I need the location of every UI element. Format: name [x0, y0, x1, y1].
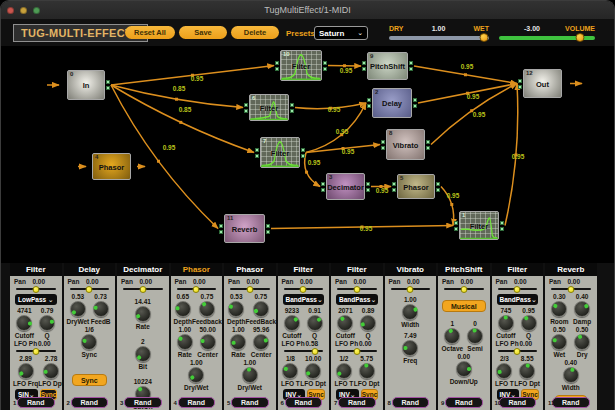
port-icon[interactable] [255, 154, 259, 158]
port-icon[interactable] [518, 79, 522, 83]
port-icon[interactable] [301, 148, 305, 152]
node-filter-1[interactable]: 1Filter [459, 211, 499, 240]
pan-slider-thumb[interactable] [193, 286, 200, 293]
rand-button-6[interactable]: Rand [285, 397, 323, 408]
lfo-t-knob[interactable] [282, 363, 298, 379]
rand-button-1[interactable]: Rand [17, 397, 55, 408]
port-icon[interactable] [392, 182, 396, 186]
bandpass-select[interactable]: BandPass⌄ [336, 294, 378, 305]
port-icon[interactable] [392, 188, 396, 192]
lfo-dpt-knob[interactable] [519, 363, 535, 379]
lfo-ph-slider-thumb[interactable] [353, 348, 360, 355]
q-knob[interactable] [307, 315, 323, 331]
lfo-ph-slider-thumb[interactable] [514, 348, 521, 355]
pan-slider[interactable] [284, 288, 324, 290]
wet-knob[interactable] [551, 334, 567, 350]
close-button[interactable] [7, 7, 14, 14]
port-icon[interactable] [367, 98, 371, 102]
rand-button-4[interactable]: Rand [178, 397, 216, 408]
pan-slider[interactable] [230, 288, 270, 290]
pan-slider[interactable] [337, 288, 377, 290]
dry-knob[interactable] [574, 334, 590, 350]
port-icon[interactable] [301, 154, 305, 158]
port-icon[interactable] [255, 148, 259, 152]
room-knob[interactable] [551, 301, 567, 317]
rate-knob[interactable] [135, 306, 151, 322]
node-reverb-11[interactable]: 11Reverb [224, 214, 265, 243]
center-knob[interactable] [200, 334, 216, 350]
sync-button[interactable]: Sync [72, 374, 107, 386]
pan-slider-thumb[interactable] [32, 286, 39, 293]
cutoff-knob[interactable] [498, 315, 514, 331]
port-icon[interactable] [290, 103, 294, 107]
depth-knob[interactable] [228, 301, 244, 317]
semi-knob[interactable] [467, 328, 483, 344]
pan-slider[interactable] [551, 288, 591, 290]
port-icon[interactable] [409, 67, 413, 71]
lfo-frq-knob[interactable] [18, 363, 34, 379]
port-icon[interactable] [219, 224, 223, 228]
pan-slider[interactable] [16, 288, 56, 290]
port-icon[interactable] [413, 104, 417, 108]
zoom-button[interactable] [33, 7, 40, 14]
pan-slider[interactable] [498, 288, 538, 290]
width-knob[interactable] [563, 367, 579, 383]
lfo-ph-slider[interactable] [284, 350, 324, 352]
pan-slider[interactable] [70, 288, 110, 290]
port-icon[interactable] [426, 146, 430, 150]
rand-button-7[interactable]: Rand [338, 397, 376, 408]
down-up-knob[interactable] [456, 361, 472, 377]
bit-knob[interactable] [135, 346, 151, 362]
dry-wet-knob[interactable] [242, 367, 258, 383]
lfo-ph-slider[interactable] [498, 350, 538, 352]
q-knob[interactable] [360, 315, 376, 331]
port-icon[interactable] [366, 182, 370, 186]
node-in-0[interactable]: 0In [67, 70, 105, 100]
port-icon[interactable] [266, 224, 270, 228]
port-icon[interactable] [500, 227, 504, 231]
pan-slider-thumb[interactable] [460, 286, 467, 293]
q-knob[interactable] [521, 315, 537, 331]
port-icon[interactable] [518, 85, 522, 89]
volume-slider-thumb[interactable] [575, 33, 584, 42]
rand-button-2[interactable]: Rand [71, 397, 109, 408]
lfo-t-knob[interactable] [336, 363, 352, 379]
q-knob[interactable] [39, 315, 55, 331]
dry-wet-knob[interactable] [188, 367, 204, 383]
pan-slider-thumb[interactable] [139, 286, 146, 293]
port-icon[interactable] [436, 182, 440, 186]
node-filter-7[interactable]: 7Filter [260, 137, 300, 168]
rand-button-8[interactable]: Rand [392, 397, 430, 408]
port-icon[interactable] [106, 86, 110, 90]
lowpass-select[interactable]: LowPass⌄ [15, 294, 57, 305]
node-delay-2[interactable]: 2Delay [372, 88, 412, 118]
delete-button[interactable]: Delete [231, 26, 279, 39]
port-icon[interactable] [362, 67, 366, 71]
port-icon[interactable] [381, 140, 385, 144]
node-filter-10[interactable]: 10Filter [280, 50, 322, 81]
feedb-knob[interactable] [93, 301, 109, 317]
cutoff-knob[interactable] [16, 315, 32, 331]
lfo-ph-slider-thumb[interactable] [311, 348, 318, 355]
node-phasor-4[interactable]: 4Phasor [92, 153, 131, 180]
cutoff-knob[interactable] [284, 315, 300, 331]
port-icon[interactable] [362, 61, 366, 65]
lfo-ph-slider-thumb[interactable] [32, 348, 39, 355]
port-icon[interactable] [321, 188, 325, 192]
port-icon[interactable] [381, 146, 385, 150]
rate-knob[interactable] [177, 334, 193, 350]
port-icon[interactable] [454, 227, 458, 231]
preset-select[interactable]: Saturn ⌄ [314, 26, 368, 40]
damp-knob[interactable] [574, 301, 590, 317]
port-icon[interactable] [275, 61, 279, 65]
port-icon[interactable] [244, 109, 248, 113]
dry-wet-slider-thumb[interactable] [480, 33, 489, 42]
cutoff-knob[interactable] [337, 315, 353, 331]
feedback-knob[interactable] [199, 301, 215, 317]
pan-slider-thumb[interactable] [86, 286, 93, 293]
node-vibrato-8[interactable]: 8Vibrato [386, 129, 425, 160]
musical-button[interactable]: Musical [442, 300, 486, 312]
bandpass-select[interactable]: BandPass⌄ [497, 294, 539, 305]
pan-slider[interactable] [391, 288, 431, 290]
rand-button-5[interactable]: Rand [231, 397, 269, 408]
